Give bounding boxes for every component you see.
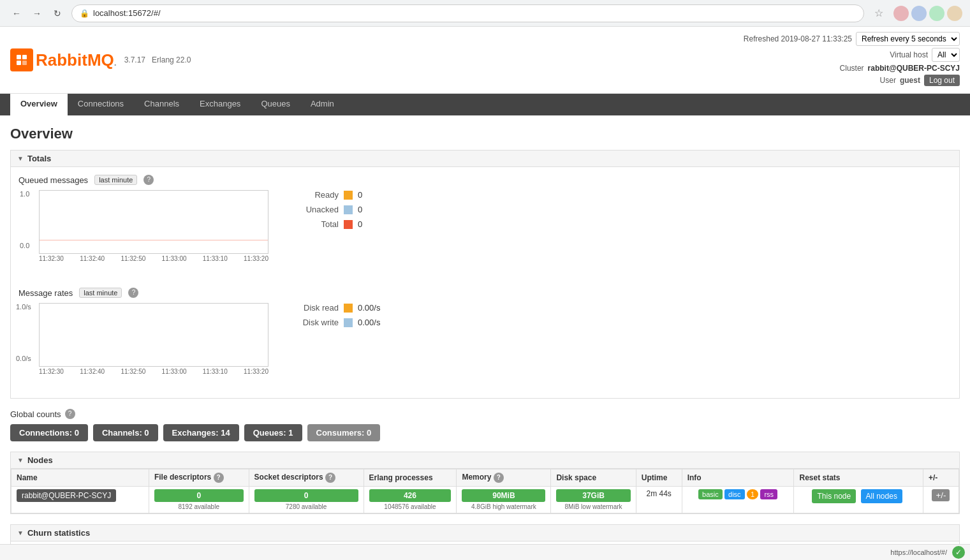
erlang-proc-available: 1048576 available: [369, 503, 452, 510]
queued-chart-container: 1.0 0.0 11:32:30 11:32:40 11:32:50 11:33…: [39, 190, 268, 262]
erlang-version: Erlang 22.0: [152, 55, 191, 64]
erlang-proc-value: 426: [369, 489, 452, 502]
legend-disk-read-value: 0.00/s: [358, 303, 380, 313]
churn-header[interactable]: ▼ Churn statistics: [10, 524, 960, 542]
rates-stats-row: 1.0/s 0.0/s 11:32:30 11:32:40 11:32:50 1…: [18, 303, 952, 390]
version-number: 3.7.17: [124, 55, 145, 64]
nodes-label: Nodes: [27, 455, 53, 465]
vhost-select[interactable]: All: [932, 48, 960, 62]
socket-desc-value: 0: [254, 489, 358, 502]
legend-unacked: Unacked 0: [288, 205, 362, 214]
status-bar: https://localhost/#/ ✓: [0, 544, 970, 560]
user-name: guest: [900, 76, 920, 85]
rates-y-max: 1.0/s: [16, 303, 31, 311]
x-label-5: 11:33:10: [203, 255, 228, 262]
svg-rect-0: [17, 55, 21, 59]
reset-all-nodes-button[interactable]: All nodes: [861, 489, 902, 503]
back-button[interactable]: ←: [8, 4, 26, 22]
help-icon-queued[interactable]: ?: [143, 175, 154, 185]
memory-value: 90MiB: [462, 489, 545, 502]
x-label-3: 11:32:50: [121, 255, 145, 262]
legend-disk-write-label: Disk write: [288, 318, 339, 327]
nodes-header[interactable]: ▼ Nodes: [10, 452, 960, 469]
exchanges-count[interactable]: Exchanges: 14: [163, 424, 239, 441]
col-socket-desc: Socket descriptors ?: [249, 469, 364, 487]
rates-legend: Disk read 0.00/s Disk write 0.00/s: [288, 303, 380, 327]
reload-button[interactable]: ↻: [48, 4, 66, 22]
bookmark-icon[interactable]: ☆: [874, 7, 883, 19]
tab-channels[interactable]: Channels: [134, 94, 189, 115]
queued-legend: Ready 0 Unacked 0 Total 0: [288, 190, 362, 229]
plus-minus-button[interactable]: +/-: [932, 489, 950, 501]
forward-button[interactable]: →: [28, 4, 46, 22]
refresh-select[interactable]: Refresh every 5 seconds: [856, 32, 960, 46]
queued-messages-label: Queued messages: [18, 175, 88, 185]
help-icon-global[interactable]: ?: [65, 409, 75, 419]
file-desc-value: 0: [154, 489, 244, 502]
legend-ready-label: Ready: [288, 190, 339, 200]
global-counts-section: Global counts ? Connections: 0 Channels:…: [10, 409, 960, 441]
cluster-label: Cluster: [840, 64, 864, 73]
rx-label-3: 11:32:50: [121, 368, 145, 375]
rx-label-6: 11:33:20: [244, 368, 268, 375]
tab-admin[interactable]: Admin: [300, 94, 344, 115]
chart-y-min: 0.0: [20, 242, 29, 249]
col-info: Info: [682, 469, 794, 487]
totals-arrow: ▼: [17, 155, 24, 162]
legend-disk-read-color: [344, 304, 353, 313]
rates-label: Message rates: [18, 288, 73, 298]
disk-space-cell: 37GiB 8MiB low watermark: [551, 487, 636, 513]
svg-rect-3: [22, 61, 27, 65]
vhost-label: Virtual host: [890, 50, 928, 59]
cluster-row: Cluster rabbit@QUBER-PC-SCYJ: [744, 64, 960, 73]
totals-header[interactable]: ▼ Totals: [10, 150, 960, 167]
legend-ready: Ready 0: [288, 190, 362, 200]
queued-messages-section: Queued messages last minute ? 1.0 0.0: [18, 175, 952, 277]
help-icon-rates[interactable]: ?: [128, 288, 138, 298]
browser-chrome: ← → ↻ 🔒 localhost:15672/#/ ☆: [0, 0, 970, 27]
tab-overview[interactable]: Overview: [10, 94, 68, 115]
rx-label-4: 11:33:00: [162, 368, 187, 375]
col-uptime: Uptime: [636, 469, 682, 487]
chart-baseline: [40, 240, 268, 240]
reset-this-node-button[interactable]: This node: [812, 489, 856, 503]
legend-unacked-value: 0: [358, 205, 362, 214]
memory-watermark: 4.8GiB high watermark: [462, 503, 545, 510]
rates-y-min: 0.0/s: [16, 355, 31, 362]
disk-space-value: 37GiB: [556, 489, 630, 502]
time-range-label: last minute: [94, 175, 137, 185]
logo-text: RabbitMQ.: [36, 50, 117, 70]
legend-ready-color: [344, 191, 353, 200]
legend-total-color: [344, 220, 353, 229]
totals-label: Totals: [27, 154, 51, 163]
plus-minus-cell: +/-: [923, 487, 959, 513]
help-file-desc[interactable]: ?: [214, 473, 224, 483]
consumers-count[interactable]: Consumers: 0: [307, 424, 381, 441]
tab-exchanges[interactable]: Exchanges: [189, 94, 251, 115]
rates-title-row: Message rates last minute ?: [18, 288, 952, 298]
tab-queues[interactable]: Queues: [251, 94, 300, 115]
connections-count[interactable]: Connections: 0: [10, 424, 88, 441]
help-memory[interactable]: ?: [494, 473, 504, 483]
logout-button[interactable]: Log out: [924, 75, 960, 86]
file-desc-cell: 0 8192 available: [149, 487, 249, 513]
chart-x-labels: 11:32:30 11:32:40 11:32:50 11:33:00 11:3…: [39, 255, 268, 262]
legend-disk-write-color: [344, 318, 353, 327]
col-reset-stats: Reset stats: [794, 469, 923, 487]
tab-connections[interactable]: Connections: [68, 94, 134, 115]
message-rates-section: Message rates last minute ? 1.0/s 0.0/s …: [18, 288, 952, 390]
nodes-section: ▼ Nodes Name File descriptors ? Socket d…: [10, 452, 960, 514]
file-desc-available: 8192 available: [154, 503, 244, 510]
socket-desc-cell: 0 7280 available: [249, 487, 364, 513]
x-label-1: 11:32:30: [39, 255, 64, 262]
channels-count[interactable]: Channels: 0: [93, 424, 158, 441]
global-counts-title: Global counts ?: [10, 409, 960, 419]
col-disk-space: Disk space: [551, 469, 636, 487]
address-bar[interactable]: 🔒 localhost:15672/#/: [71, 4, 864, 22]
tag-basic: basic: [698, 489, 723, 499]
app-header: RabbitMQ. 3.7.17 Erlang 22.0 Refreshed 2…: [0, 27, 970, 94]
help-socket-desc[interactable]: ?: [325, 473, 335, 483]
queues-count[interactable]: Queues: 1: [244, 424, 302, 441]
legend-disk-write: Disk write 0.00/s: [288, 318, 380, 327]
main-content: Overview ▼ Totals Queued messages last m…: [0, 115, 970, 560]
